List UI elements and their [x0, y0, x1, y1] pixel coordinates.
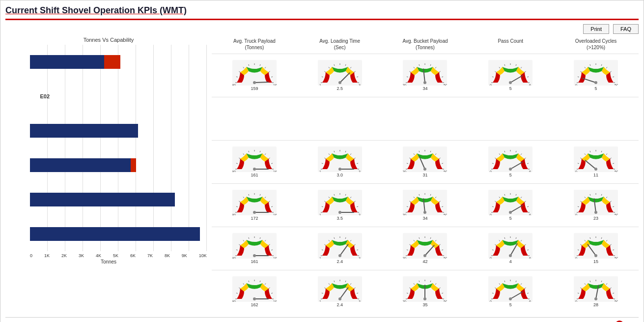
gauge-svg: 20 50 — [403, 60, 447, 86]
gauge-svg: 20 50 — [403, 190, 447, 215]
gauge-cell-3-0: 80 160 172 — [212, 190, 297, 221]
svg-text:0: 0 — [490, 300, 492, 302]
gauge-value: 3.5 — [336, 216, 343, 221]
gauge-svg: 20 50 — [403, 276, 447, 302]
svg-text:50: 50 — [615, 170, 618, 172]
svg-text:6: 6 — [529, 257, 531, 259]
gauge-cell-2-4: 0 50 11 — [553, 146, 639, 177]
gauge-cell-5-3: 0 6 5 — [468, 276, 553, 307]
svg-text:50: 50 — [615, 300, 618, 302]
svg-point-205 — [423, 211, 426, 214]
page-title: Current Shift Shovel Operation KPIs (WMT… — [5, 5, 639, 16]
kpi-row-e01: 80 160 159 1 3 2.5 20 50 34 0 6 5 0 50 5 — [212, 54, 639, 97]
svg-point-365 — [423, 297, 426, 300]
gauge-cell-0-2: 20 50 34 — [383, 60, 468, 91]
svg-text:1: 1 — [319, 84, 321, 86]
svg-text:6: 6 — [529, 84, 531, 86]
svg-text:50: 50 — [444, 257, 447, 259]
kpi-header-0: Avg. Truck Payload (Tonnes) — [212, 37, 297, 52]
svg-text:1: 1 — [319, 300, 321, 302]
kpi-header-4: Overloaded Cycles (>120%) — [553, 37, 639, 52]
svg-point-381 — [509, 297, 512, 300]
svg-text:80: 80 — [232, 170, 236, 172]
svg-text:160: 160 — [273, 300, 277, 302]
svg-point-77 — [594, 81, 597, 84]
gauge-svg: 80 160 — [232, 233, 277, 259]
gauge-value: 31 — [422, 173, 427, 177]
svg-text:50: 50 — [615, 213, 618, 215]
svg-point-253 — [253, 254, 256, 257]
main-layout: Tonnes Vs Capability — [5, 37, 639, 313]
chart-area: E01 E02 — [5, 45, 212, 271]
gauge-svg: 0 50 — [574, 60, 618, 86]
svg-text:3: 3 — [359, 257, 361, 259]
kpi-row-e03: 80 160 161 1 3 3.0 20 50 31 0 6 5 0 50 1… — [212, 140, 639, 183]
svg-text:20: 20 — [403, 300, 406, 302]
svg-point-13 — [253, 81, 256, 84]
svg-point-157 — [594, 168, 597, 171]
bar-red-e04 — [131, 158, 136, 172]
gauge-cell-5-0: 80 160 162 — [212, 276, 297, 307]
gauge-svg: 1 3 — [318, 233, 362, 259]
svg-text:20: 20 — [403, 257, 406, 259]
kpi-row-e02 — [212, 97, 639, 140]
svg-text:20: 20 — [403, 213, 406, 215]
svg-point-173 — [253, 211, 256, 214]
svg-text:1: 1 — [319, 213, 321, 215]
gauge-value: 34 — [422, 216, 427, 221]
svg-text:0: 0 — [575, 300, 577, 302]
gauge-cell-3-1: 1 3 3.5 — [297, 190, 383, 221]
gauge-cell-4-4: 0 50 15 — [553, 233, 639, 264]
gauge-value: 3.0 — [336, 173, 343, 177]
svg-text:0: 0 — [575, 257, 577, 259]
faq-button[interactable]: FAQ — [613, 24, 639, 34]
bar-row-e05: E05 — [30, 188, 207, 211]
gauge-cell-5-1: 1 3 2.4 — [297, 276, 383, 307]
svg-text:160: 160 — [273, 257, 277, 259]
svg-text:0: 0 — [490, 170, 492, 172]
kpi-row-e05: 80 160 161 1 3 2.4 20 50 42 0 6 4 0 50 1… — [212, 227, 639, 270]
svg-text:50: 50 — [444, 300, 447, 302]
brand-icon: ◎ — [615, 320, 624, 322]
svg-text:50: 50 — [615, 257, 618, 259]
gauge-cell-3-3: 0 6 5 — [468, 190, 553, 221]
gauge-svg: 0 6 — [488, 190, 532, 215]
gauge-svg: 0 6 — [488, 276, 532, 302]
bar-blue-e06 — [30, 227, 200, 241]
bar-row-e02: E02 — [30, 85, 207, 108]
bar-chart: E01 E02 — [30, 45, 207, 251]
svg-text:20: 20 — [403, 170, 406, 172]
kpi-header-2: Avg. Bucket Payload (Tonnes) — [383, 37, 468, 52]
print-button[interactable]: Print — [583, 24, 609, 34]
gauge-value: 161 — [251, 259, 258, 264]
svg-point-333 — [253, 297, 256, 300]
gauge-value: 5 — [509, 216, 512, 221]
svg-text:3: 3 — [359, 84, 361, 86]
bar-container-e05 — [30, 193, 207, 206]
svg-line-12 — [254, 82, 268, 83]
gauge-svg: 80 160 — [232, 146, 277, 172]
gauge-svg: 1 3 — [318, 190, 362, 215]
bar-row-e03: E03 — [30, 119, 207, 143]
svg-point-301 — [509, 254, 512, 257]
gauge-value: 5 — [595, 86, 597, 91]
svg-point-221 — [509, 211, 512, 214]
gauge-svg: 80 160 — [232, 190, 277, 215]
gauge-cell-3-2: 20 50 34 — [383, 190, 468, 221]
svg-text:6: 6 — [529, 300, 531, 302]
x-axis-label: Tonnes — [5, 259, 212, 264]
gauge-cell-4-0: 80 160 161 — [212, 233, 297, 264]
gauge-value: 4 — [509, 259, 512, 264]
kpi-headers: Avg. Truck Payload (Tonnes) Avg. Loading… — [212, 37, 639, 52]
svg-text:50: 50 — [444, 170, 447, 172]
svg-point-29 — [338, 81, 341, 84]
svg-text:6: 6 — [529, 170, 531, 172]
gauge-cell-0-4: 0 50 5 — [553, 60, 639, 91]
gauge-cell-2-0: 80 160 161 — [212, 146, 297, 177]
svg-point-109 — [338, 168, 341, 171]
svg-text:80: 80 — [232, 257, 236, 259]
svg-text:0: 0 — [575, 170, 577, 172]
bar-blue-e04 — [30, 158, 131, 172]
bar-red-e01 — [104, 55, 120, 69]
gauge-svg: 20 50 — [403, 233, 447, 259]
